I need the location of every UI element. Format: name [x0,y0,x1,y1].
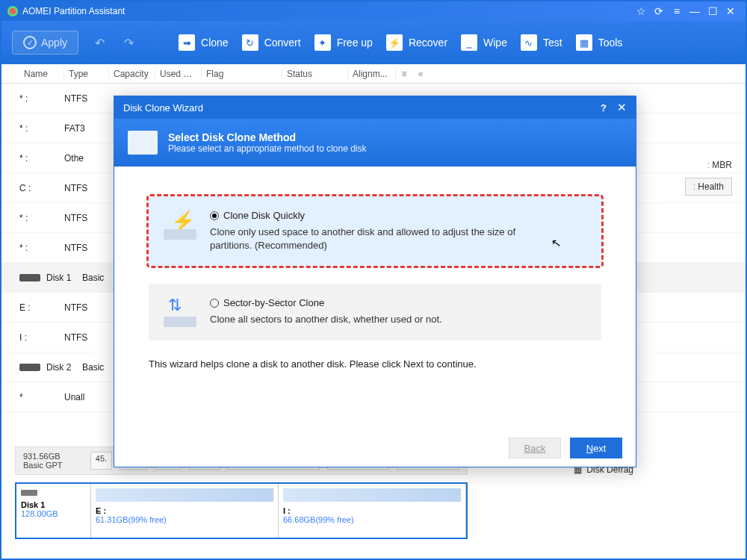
disk-graphic-part[interactable]: I : 66.68GB(99% free) [279,484,466,538]
disk-graphic[interactable]: Disk 1 128.00GB E : 61.31GB(99% free) I … [15,482,468,539]
titlebar: AOMEI Partition Assistant ☆ ⟳ ≡ — ☐ ✕ [1,1,746,21]
check-icon: ✓ [23,36,37,49]
col-status[interactable]: Status [282,69,348,79]
tools-icon: ▦ [576,34,592,51]
seg[interactable]: 45. [90,452,112,470]
option-title: Sector-by-Sector Clone [223,297,324,308]
help-icon[interactable]: ? [601,102,607,113]
disk-graphic-head: Disk 1 128.00GB [16,484,91,538]
star-icon[interactable]: ☆ [632,5,650,17]
dialog-titlebar: Disk Clone Wizard ? ✕ [114,96,636,119]
tools-tool[interactable]: ▦Tools [576,34,623,51]
close-button[interactable]: ✕ [722,5,740,17]
wipe-icon: ⎯ [461,34,477,51]
refresh-icon[interactable]: ⟳ [650,5,668,17]
radio-unselected[interactable] [210,299,219,308]
disk-size: 931.56GB [23,452,83,461]
convert-icon: ↻ [242,34,258,51]
dialog-heading: Select Disk Clone Method [168,131,367,143]
menu-icon[interactable]: ≡ [668,5,686,17]
col-used[interactable]: Used S... [155,69,202,79]
disk-icon [21,490,37,496]
main-toolbar: ✓ Apply ↶ ↷ ➡Clone ↻Convert ✦Free up ⚡Re… [1,21,746,64]
col-type[interactable]: Type [64,69,109,79]
wizard-hint: This wizard helps clone a disk to anothe… [149,358,601,370]
minimize-button[interactable]: — [686,5,704,17]
recover-icon: ⚡ [386,34,403,51]
next-button[interactable]: Next [570,438,622,458]
disk-icon [19,364,40,371]
col-name[interactable]: Name [19,69,64,79]
test-tool[interactable]: ∿Test [521,34,562,51]
disk-icon [19,274,40,281]
apply-label: Apply [41,37,67,49]
back-button: Back [509,438,561,458]
test-icon: ∿ [521,34,537,51]
health-button[interactable]: : Health [685,178,732,196]
quick-clone-icon: ⚡ [164,210,196,240]
column-headers: Name Type Capacity Used S... Flag Status… [1,64,746,84]
dialog-title: Disk Clone Wizard [123,102,203,113]
wizard-icon [128,131,158,155]
dialog-subheading: Please select an appropriate method to c… [168,143,367,154]
col-align[interactable]: Alignm... [348,69,396,79]
disk-graphic-part[interactable]: E : 61.31GB(99% free) [91,484,279,538]
apply-button[interactable]: ✓ Apply [12,31,78,55]
option-clone-quickly[interactable]: ⚡ Clone Disk Quickly Clone only used spa… [149,196,601,266]
app-logo [7,6,18,16]
dialog-close-icon[interactable]: ✕ [617,101,627,114]
option-desc: Clone only used space to another disk an… [210,225,539,252]
option-sector-clone[interactable]: ⇅ Sector-by-Sector Clone Clone all secto… [149,284,601,340]
right-panel: : MBR : Health [685,160,732,196]
option-desc: Clone all sectors to another disk, wheth… [210,313,442,326]
sector-clone-icon: ⇅ [164,297,196,327]
recover-tool[interactable]: ⚡Recover [386,34,447,51]
option-title: Clone Disk Quickly [223,210,305,221]
radio-selected[interactable] [210,211,219,220]
dialog-header: Select Disk Clone Method Please select a… [114,119,636,167]
freeup-icon: ✦ [314,34,331,51]
freeup-tool[interactable]: ✦Free up [314,34,373,51]
collapse-icon[interactable]: « [412,69,429,79]
clone-tool[interactable]: ➡Clone [179,34,229,51]
convert-tool[interactable]: ↻Convert [242,34,301,51]
col-flag[interactable]: Flag [202,69,282,79]
col-capacity[interactable]: Capacity [109,69,155,79]
disk-scheme: Basic GPT [23,461,83,470]
maximize-button[interactable]: ☐ [704,5,722,17]
list-view-icon[interactable]: ≡ [396,69,412,79]
redo-button[interactable]: ↷ [121,36,137,50]
disk-clone-wizard-dialog: Disk Clone Wizard ? ✕ Select Disk Clone … [114,96,636,467]
clone-icon: ➡ [179,34,195,51]
disk-type-label: : MBR [685,160,732,170]
app-title: AOMEI Partition Assistant [22,6,125,16]
dialog-footer: Back Next [114,429,636,467]
dialog-body: ⚡ Clone Disk Quickly Clone only used spa… [114,167,636,429]
undo-button[interactable]: ↶ [92,36,108,50]
wipe-tool[interactable]: ⎯Wipe [461,34,507,51]
